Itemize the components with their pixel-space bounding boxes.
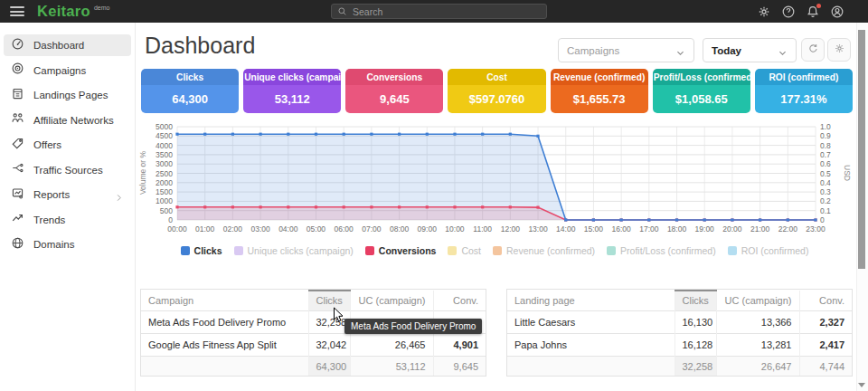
legend-item-profit-loss-confirmed[interactable]: Profit/Loss (confirmed) [607, 245, 716, 256]
metric-card-conversions: Conversions9,645 [345, 69, 443, 113]
row-value-cell: 2,417 [799, 334, 852, 357]
svg-text:1.0: 1.0 [820, 122, 831, 131]
metric-card-value: 53,112 [243, 85, 341, 113]
row-name-cell[interactable]: Little Caesars [507, 311, 675, 334]
legend-item-unique-clicks-campaign[interactable]: Unique clicks (campaign) [234, 245, 354, 256]
main-content: Dashboard Campaigns Today Clicks64,300Un… [136, 23, 856, 391]
bell-icon[interactable] [806, 5, 820, 19]
row-name-cell[interactable]: Papa Johns [507, 334, 675, 357]
column-header-uc-campaign[interactable]: UC (campaign) [350, 291, 433, 311]
legend-label: Profit/Loss (confirmed) [620, 245, 716, 256]
row-tooltip: Meta Ads Food Delivery Promo [344, 319, 482, 334]
chevron-down-icon [778, 45, 788, 55]
column-header-campaign[interactable]: Campaign [141, 291, 308, 311]
legend-swatch [365, 246, 374, 255]
brand-logo[interactable]: Keitaro [37, 3, 90, 20]
metric-card-revenue-confirmed: Revenue (confirmed)$1,655.73 [551, 69, 648, 113]
row-name-cell[interactable]: Meta Ads Food Delivery Promo [141, 311, 308, 334]
sidebar-item-traffic-sources[interactable]: Traffic Sources [4, 159, 131, 181]
legend-item-revenue-confirmed[interactable]: Revenue (confirmed) [493, 245, 595, 256]
legend-swatch [607, 246, 616, 255]
metric-card-value: 9,645 [345, 85, 443, 113]
campaigns-filter-select[interactable]: Campaigns [558, 38, 694, 62]
tag-icon [11, 137, 24, 154]
svg-text:16:00: 16:00 [611, 224, 631, 234]
metric-card-label: Conversions [345, 69, 443, 85]
sidebar-item-campaigns[interactable]: Campaigns [4, 60, 131, 81]
svg-text:19:00: 19:00 [695, 224, 715, 234]
account-icon[interactable] [830, 5, 844, 19]
sidebar-item-affiliate-networks[interactable]: Affiliate Networks [4, 110, 131, 131]
traffic-icon [11, 161, 24, 178]
svg-text:2000: 2000 [156, 178, 173, 187]
scrollbar-thumb[interactable] [858, 30, 865, 269]
sidebar-item-trends[interactable]: Trends [4, 209, 131, 231]
svg-text:22:00: 22:00 [778, 224, 798, 234]
svg-text:15:00: 15:00 [584, 224, 604, 234]
totals-cell: 9,645 [433, 357, 486, 377]
svg-text:08:00: 08:00 [390, 224, 410, 234]
refresh-icon [807, 42, 819, 58]
svg-text:07:00: 07:00 [362, 224, 382, 234]
domains-icon [11, 236, 24, 253]
search-input[interactable] [353, 6, 541, 17]
svg-text:13:00: 13:00 [528, 224, 548, 234]
svg-text:00:00: 00:00 [167, 224, 187, 234]
svg-text:0.9: 0.9 [820, 131, 831, 140]
landing-pages-table: Landing pageClicksUC (campaign)Conv.Litt… [506, 289, 853, 377]
search-bar[interactable] [331, 4, 547, 19]
svg-text:0.6: 0.6 [820, 159, 831, 168]
totals-cell: 32,258 [675, 357, 716, 377]
sidebar-item-offers[interactable]: Offers [4, 134, 131, 156]
legend-item-clicks[interactable]: Clicks [181, 245, 222, 256]
svg-text:1500: 1500 [156, 187, 173, 196]
svg-text:0.3: 0.3 [820, 187, 831, 196]
metric-card-value: $1,655.73 [551, 85, 648, 113]
totals-cell [507, 357, 675, 377]
settings-icon[interactable] [757, 5, 771, 19]
date-range-value: Today [712, 45, 778, 56]
row-name-cell[interactable]: Google Ads Fitness App Split [141, 334, 308, 357]
totals-cell: 26,647 [716, 357, 799, 377]
legend-label: Revenue (confirmed) [506, 245, 595, 256]
sidebar-item-reports[interactable]: Reports [4, 184, 131, 205]
sidebar-item-label: Dashboard [33, 40, 124, 51]
svg-text:5000: 5000 [156, 122, 173, 131]
svg-text:21:00: 21:00 [750, 224, 770, 234]
totals-row: 32,25826,6474,744 [507, 357, 852, 377]
totals-cell: 53,112 [350, 357, 433, 377]
metric-cards-row: Clicks64,300Unique clicks (campaign)53,1… [141, 69, 853, 113]
sidebar-item-dashboard[interactable]: Dashboard [4, 34, 131, 56]
refresh-button[interactable] [801, 38, 825, 62]
svg-text:0.4: 0.4 [820, 178, 831, 187]
svg-text:05:00: 05:00 [307, 224, 326, 234]
trends-icon [11, 211, 24, 228]
sidebar-item-label: Landings Pages [33, 90, 124, 100]
legend-item-roi-confirmed[interactable]: ROI (confirmed) [728, 245, 809, 256]
column-header-landing-page[interactable]: Landing page [507, 291, 675, 311]
column-header-conv[interactable]: Conv. [799, 291, 852, 311]
menu-toggle-button[interactable] [10, 5, 24, 19]
svg-text:0.1: 0.1 [820, 206, 831, 215]
table-row: Papa Johns16,12813,2812,417 [507, 334, 852, 357]
chevron-down-icon [675, 45, 685, 55]
sidebar-item-label: Trends [33, 215, 124, 225]
legend-item-cost[interactable]: Cost [448, 245, 481, 256]
column-header-uc-campaign[interactable]: UC (campaign) [716, 291, 799, 311]
svg-text:1000: 1000 [156, 196, 173, 205]
svg-text:4500: 4500 [156, 131, 173, 140]
network-icon [11, 111, 24, 129]
legend-item-conversions[interactable]: Conversions [365, 245, 437, 256]
help-icon[interactable] [781, 5, 796, 19]
metric-card-clicks: Clicks64,300 [141, 69, 239, 113]
scrollbar-down-arrow[interactable] [858, 383, 865, 387]
column-header-conv[interactable]: Conv. [433, 291, 486, 311]
column-header-clicks[interactable]: Clicks [675, 291, 716, 311]
metric-card-label: Unique clicks (campaign) [243, 69, 341, 85]
sidebar-item-domains[interactable]: Domains [4, 234, 131, 255]
sidebar-item-landings-pages[interactable]: Landings Pages [4, 84, 131, 106]
svg-text:0: 0 [820, 215, 825, 224]
date-range-select[interactable]: Today [703, 38, 797, 62]
metric-card-roi-confirmed: ROI (confirmed)177.31% [755, 69, 853, 113]
dashboard-settings-button[interactable] [827, 38, 851, 62]
